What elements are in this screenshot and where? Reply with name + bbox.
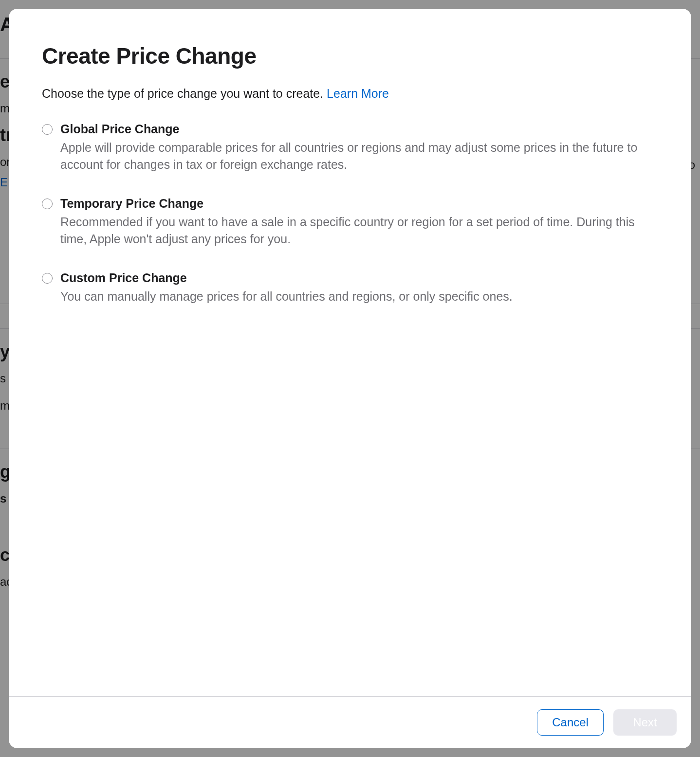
option-content-global: Global Price Change Apple will provide c… [60,122,658,173]
learn-more-link[interactable]: Learn More [327,87,389,100]
option-description-global: Apple will provide comparable prices for… [60,139,658,173]
radio-global[interactable] [42,124,53,135]
next-button[interactable]: Next [613,709,677,736]
modal-body: Create Price Change Choose the type of p… [9,9,691,696]
modal-subtitle-text: Choose the type of price change you want… [42,87,327,100]
option-global-price-change[interactable]: Global Price Change Apple will provide c… [42,122,658,173]
modal-title: Create Price Change [42,43,658,69]
cancel-button[interactable]: Cancel [537,709,604,736]
option-custom-price-change[interactable]: Custom Price Change You can manually man… [42,271,658,305]
modal-subtitle: Choose the type of price change you want… [42,87,658,101]
option-content-custom: Custom Price Change You can manually man… [60,271,658,305]
option-description-temporary: Recommended if you want to have a sale i… [60,214,658,248]
create-price-change-modal: Create Price Change Choose the type of p… [9,9,691,748]
radio-custom[interactable] [42,273,53,284]
option-title-custom[interactable]: Custom Price Change [60,271,658,285]
option-content-temporary: Temporary Price Change Recommended if yo… [60,197,658,248]
radio-temporary[interactable] [42,198,53,209]
option-description-custom: You can manually manage prices for all c… [60,288,658,305]
modal-footer: Cancel Next [9,696,691,748]
option-title-global[interactable]: Global Price Change [60,122,658,136]
option-temporary-price-change[interactable]: Temporary Price Change Recommended if yo… [42,197,658,248]
option-title-temporary[interactable]: Temporary Price Change [60,197,658,211]
